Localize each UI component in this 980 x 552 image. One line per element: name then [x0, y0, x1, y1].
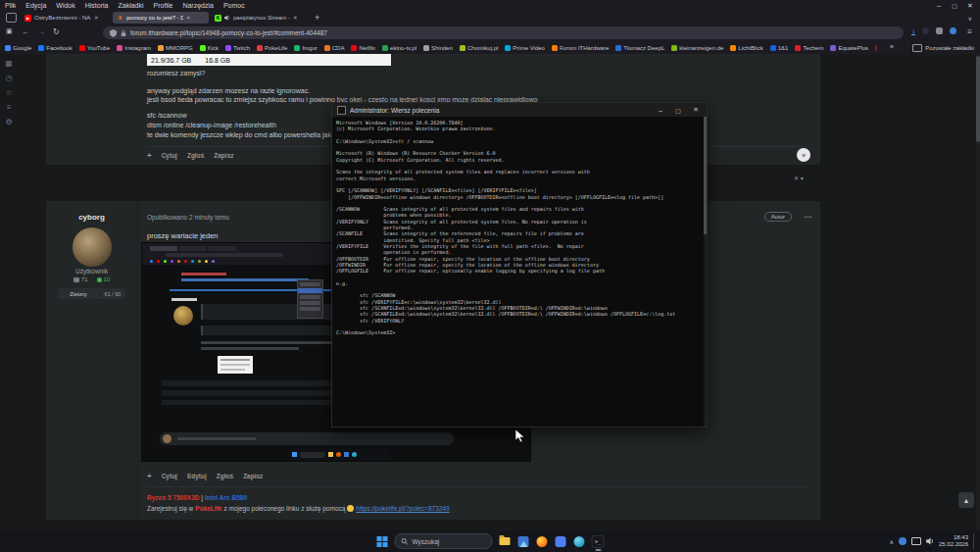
- bookmark-item[interactable]: Shinden: [423, 45, 453, 51]
- ram-usage-image[interactable]: 21.9/36.7 GB 16.8 GB: [147, 54, 391, 66]
- bookmark-item[interactable]: Forum ITHardware: [552, 45, 609, 51]
- menu-zakladki[interactable]: Zakładki: [113, 2, 148, 9]
- lock-icon[interactable]: [121, 29, 126, 37]
- extension-blue-icon[interactable]: [950, 27, 956, 36]
- bookmark-item[interactable]: Twitch: [225, 45, 250, 51]
- bookmark-item[interactable]: EquatePlus: [830, 45, 868, 51]
- reactions-collapse[interactable]: ✕ ▾: [794, 175, 804, 181]
- file-explorer-icon[interactable]: [499, 535, 512, 548]
- save-button[interactable]: Zapisz: [243, 473, 263, 479]
- tab-close-icon[interactable]: ✕: [186, 15, 191, 21]
- bookmark-item[interactable]: Prime Video: [505, 45, 545, 51]
- bookmark-item[interactable]: Netflix: [351, 45, 375, 51]
- menu-narzedzia[interactable]: Narzędzia: [177, 2, 219, 9]
- bookmark-item[interactable]: Techem: [795, 45, 823, 51]
- bookmark-item[interactable]: Imgur: [294, 45, 317, 51]
- minimize-icon[interactable]: –: [931, 2, 947, 9]
- menu-pomoc[interactable]: Pomoc: [219, 2, 250, 9]
- show-desktop-button[interactable]: [973, 533, 976, 549]
- bookmark-item[interactable]: Kick: [200, 45, 219, 51]
- list-all-tabs-icon[interactable]: ∨: [968, 15, 972, 22]
- tab-audio-icon[interactable]: [224, 15, 230, 21]
- bookmark-item[interactable]: LichtBlick: [730, 45, 762, 51]
- start-button[interactable]: [376, 535, 389, 548]
- bookmark-item[interactable]: kleinanzeigen.de: [671, 45, 723, 51]
- bookmarks-overflow-icon[interactable]: »: [890, 43, 894, 50]
- downloads-icon[interactable]: ↓: [911, 27, 915, 35]
- tray-chevron-icon[interactable]: ∧: [890, 538, 894, 545]
- sidebar-toggle-icon[interactable]: ▣: [6, 27, 13, 35]
- page-scrollbar[interactable]: [976, 54, 980, 530]
- sidebar-history-icon[interactable]: ◷: [6, 74, 13, 82]
- quote-button[interactable]: Cytuj: [162, 152, 177, 159]
- multiquote-icon[interactable]: +: [147, 151, 152, 160]
- bookmark-item[interactable]: Instagram: [117, 45, 151, 51]
- report-button[interactable]: Zgłoś: [187, 152, 204, 159]
- menu-profile[interactable]: Profile: [149, 2, 178, 9]
- cmd-title-bar[interactable]: Administrator: Wiersz polecenia – ▢ ✕: [332, 103, 707, 117]
- taskbar-search[interactable]: Wyszukaj: [395, 533, 493, 549]
- save-button[interactable]: Zapisz: [214, 152, 233, 159]
- author-username[interactable]: cyborg: [46, 213, 137, 222]
- display-icon[interactable]: [911, 537, 921, 545]
- edit-button[interactable]: Edytuj: [187, 473, 207, 479]
- avatar[interactable]: [73, 227, 112, 267]
- back-icon[interactable]: ←: [22, 27, 29, 36]
- bookmark-item[interactable]: Tłumacz DeepL: [615, 45, 664, 51]
- maximize-icon[interactable]: ▢: [671, 107, 685, 114]
- tab-close-icon[interactable]: ✕: [94, 15, 99, 21]
- volume-icon[interactable]: [926, 537, 934, 545]
- sidebar-list-icon[interactable]: ≡: [7, 103, 12, 112]
- cmd-scrollbar[interactable]: [704, 117, 707, 427]
- bookmark-item[interactable]: Project Diablo 2: [875, 45, 877, 51]
- menu-plik[interactable]: Plik: [0, 2, 21, 9]
- post-options-icon[interactable]: •••: [805, 214, 812, 220]
- multiquote-icon[interactable]: +: [147, 472, 152, 480]
- other-bookmarks[interactable]: Pozostałe zakładki: [912, 44, 974, 52]
- forward-icon[interactable]: →: [37, 27, 45, 36]
- reload-icon[interactable]: ↻: [53, 27, 60, 36]
- bookmark-item[interactable]: CDA: [324, 45, 345, 51]
- globe-browser-icon[interactable]: [573, 535, 586, 548]
- menu-historia[interactable]: Historia: [80, 2, 114, 9]
- tab-kick-stream[interactable]: K pasiplatynox Stream - Wa ✕: [211, 12, 309, 24]
- firefox-view-icon[interactable]: [6, 13, 17, 23]
- tab-active-forum[interactable]: X pomocy co to jest? - Diagnosty ✕: [113, 12, 209, 24]
- terminal-icon[interactable]: >_: [592, 535, 605, 548]
- sidebar-bookmarks-icon[interactable]: ☆: [5, 88, 12, 97]
- clock[interactable]: 18:43 25.02.2026: [939, 534, 968, 548]
- referral-link[interactable]: https://pokelife.pl/?polec=873249: [356, 505, 449, 512]
- tab-youtube[interactable]: ▶ OstryBezimienni - NAJLEPSZE P ✕: [21, 12, 111, 24]
- extension-dark-icon[interactable]: [922, 27, 929, 36]
- bookmark-item[interactable]: PokeLife: [257, 45, 287, 51]
- minimize-icon[interactable]: –: [654, 107, 667, 114]
- like-button[interactable]: ♥: [797, 148, 810, 162]
- sidebar-grid-icon[interactable]: ▦: [5, 59, 13, 68]
- app-menu-icon[interactable]: ≡: [967, 27, 972, 36]
- shield-icon[interactable]: [110, 29, 117, 37]
- tray-app-icon[interactable]: [899, 537, 906, 545]
- menu-widok[interactable]: Widok: [51, 2, 79, 9]
- url-bar[interactable]: forum.ithardware.pl/topic/14948-pomocy-c…: [103, 26, 904, 39]
- extension-shield-icon[interactable]: [936, 27, 943, 36]
- maximize-icon[interactable]: ▢: [947, 2, 962, 9]
- scrollbar-thumb[interactable]: [976, 56, 980, 142]
- close-icon[interactable]: ✕: [962, 2, 978, 10]
- report-button[interactable]: Zgłoś: [217, 473, 233, 479]
- bookmark-item[interactable]: YouTube: [79, 45, 111, 51]
- quote-button[interactable]: Cytuj: [162, 473, 177, 479]
- bookmark-item[interactable]: Facebook: [38, 45, 72, 51]
- bookmark-item[interactable]: Google: [5, 45, 31, 51]
- cmd-scrollbar-thumb[interactable]: [704, 117, 707, 234]
- scroll-top-button[interactable]: ▲: [958, 492, 974, 508]
- tab-close-icon[interactable]: ✕: [293, 15, 298, 21]
- bookmark-item[interactable]: MMORPG: [158, 45, 193, 51]
- firefox-icon[interactable]: [536, 535, 549, 548]
- menu-edycja[interactable]: Edycja: [21, 2, 51, 9]
- photos-icon[interactable]: [517, 535, 530, 548]
- bookmark-item[interactable]: ekino-tv.pl: [382, 45, 416, 51]
- bookmark-item[interactable]: Chomikuj.pl: [460, 45, 498, 51]
- new-tab-button[interactable]: +: [315, 13, 319, 23]
- blue-app-icon[interactable]: [555, 535, 567, 548]
- close-icon[interactable]: ✕: [689, 106, 703, 114]
